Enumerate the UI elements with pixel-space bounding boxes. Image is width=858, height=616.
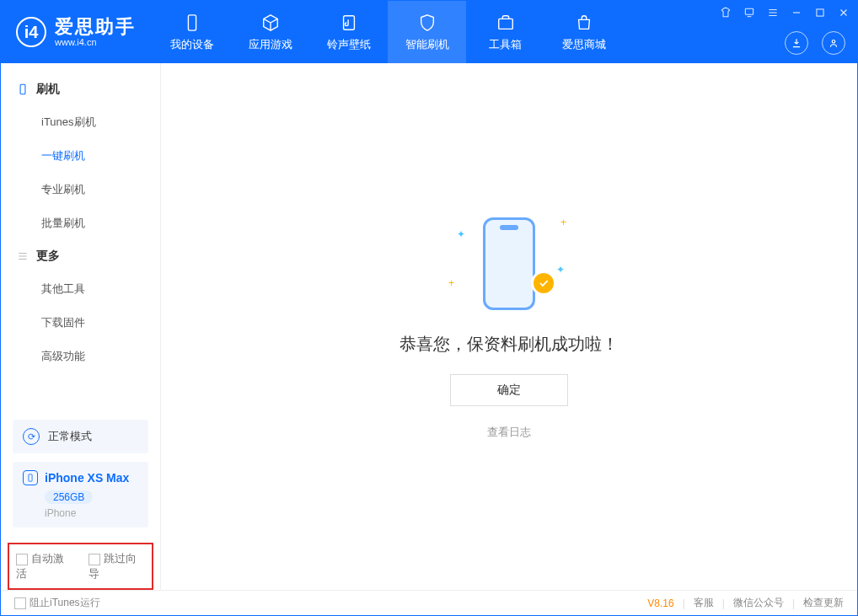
device-mode-label: 正常模式 [48,429,92,444]
tab-ringtone[interactable]: 铃声壁纸 [309,1,388,63]
tab-flash[interactable]: 智能刷机 [388,1,466,63]
device-mode-box[interactable]: ⟳ 正常模式 [13,420,148,453]
app-window: i4 爱思助手 www.i4.cn 我的设备 应用游戏 铃声壁纸 智能刷机 [0,0,858,616]
check-update-link[interactable]: 检查更新 [803,596,844,610]
svg-rect-2 [498,19,512,29]
device-capacity: 256GB [45,490,93,504]
nav-tabs: 我的设备 应用游戏 铃声壁纸 智能刷机 工具箱 爱思商城 [153,1,623,63]
device-panel: ⟳ 正常模式 iPhone XS Max 256GB iPhone [1,420,160,538]
logo-icon: i4 [16,17,46,47]
shield-icon [416,12,438,34]
tab-toolbox[interactable]: 工具箱 [466,1,544,63]
header-actions [785,31,845,55]
success-illustration: ✦ + + ✦ [458,213,560,314]
status-bar: 阻止iTunes运行 V8.16 | 客服 | 微信公众号 | 检查更新 [1,590,857,615]
main-content: ✦ + + ✦ 恭喜您，保资料刷机成功啦！ 确定 查看日志 [161,63,857,590]
tab-label: 应用游戏 [249,37,292,52]
sidebar-item-firmware[interactable]: 下载固件 [1,306,160,340]
sidebar-scroll: 刷机 iTunes刷机 一键刷机 专业刷机 批量刷机 更多 其他工具 下载固件 … [1,63,160,420]
briefcase-icon [495,12,517,34]
sidebar-item-oneclick[interactable]: 一键刷机 [1,139,160,173]
tab-device[interactable]: 我的设备 [153,1,231,63]
group-label: 更多 [36,249,60,264]
feedback-icon[interactable] [743,6,756,19]
logo-text: 爱思助手 www.i4.cn [55,17,136,47]
tab-label: 我的设备 [170,37,214,52]
svg-rect-0 [188,15,196,30]
tab-label: 爱思商城 [562,37,606,52]
minimize-icon[interactable] [790,6,803,19]
bag-icon [573,12,595,34]
sidebar-group-more: 更多 [1,240,160,272]
sidebar-group-flash: 刷机 [1,73,160,105]
app-title: 爱思助手 [55,17,136,37]
phone-icon [181,12,203,34]
phone-graphic-icon [483,217,535,310]
close-icon[interactable] [837,6,850,19]
skin-icon[interactable] [719,6,732,19]
ok-button[interactable]: 确定 [450,374,568,406]
view-log-link[interactable]: 查看日志 [487,425,531,440]
tab-apps[interactable]: 应用游戏 [231,1,309,63]
tab-label: 智能刷机 [405,37,449,52]
sync-icon: ⟳ [23,428,40,445]
checkbox-skip-guide[interactable]: 跳过向导 [88,551,146,581]
sidebar-item-other[interactable]: 其他工具 [1,272,160,306]
checkbox-block-itunes[interactable]: 阻止iTunes运行 [14,596,100,610]
svg-rect-6 [20,84,25,94]
sparkle-icon: ✦ [556,264,565,276]
version-label: V8.16 [647,597,673,609]
svg-rect-7 [29,474,32,481]
user-icon[interactable] [822,31,845,55]
cube-icon [260,12,282,34]
checkmark-badge-icon [531,271,556,296]
sidebar-item-advanced[interactable]: 高级功能 [1,340,160,373]
tab-store[interactable]: 爱思商城 [544,1,623,63]
tab-label: 铃声壁纸 [327,37,371,52]
checkbox-auto-activate[interactable]: 自动激活 [16,551,73,581]
maximize-icon[interactable] [813,6,827,19]
group-label: 刷机 [36,82,60,97]
logo-area: i4 爱思助手 www.i4.cn [1,17,153,47]
sidebar-item-batch[interactable]: 批量刷机 [1,206,160,240]
svg-point-5 [832,40,835,44]
sparkle-icon: ✦ [457,228,465,240]
list-icon [16,249,29,263]
menu-icon[interactable] [766,6,780,19]
phone-outline-icon [16,83,29,96]
device-type: iPhone [45,507,138,519]
sidebar-item-itunes[interactable]: iTunes刷机 [1,105,160,139]
tab-label: 工具箱 [489,37,522,52]
app-subtitle: www.i4.cn [55,37,136,47]
device-info-box[interactable]: iPhone XS Max 256GB iPhone [13,462,148,528]
sparkle-icon: + [448,277,454,289]
svg-rect-3 [745,8,753,14]
device-name: iPhone XS Max [45,471,129,485]
body: 刷机 iTunes刷机 一键刷机 专业刷机 批量刷机 更多 其他工具 下载固件 … [1,63,857,590]
download-icon[interactable] [785,31,808,55]
success-message: 恭喜您，保资料刷机成功啦！ [400,333,619,356]
sparkle-icon: + [560,217,566,228]
sidebar-item-pro[interactable]: 专业刷机 [1,173,160,206]
wechat-link[interactable]: 微信公众号 [733,596,784,610]
support-link[interactable]: 客服 [694,596,714,610]
options-highlight: 自动激活 跳过向导 [8,543,153,590]
window-controls [719,6,850,19]
music-icon [338,12,360,34]
svg-rect-4 [817,9,823,16]
statusbar-left: 阻止iTunes运行 [14,596,100,610]
header: i4 爱思助手 www.i4.cn 我的设备 应用游戏 铃声壁纸 智能刷机 [1,1,857,63]
statusbar-right: V8.16 | 客服 | 微信公众号 | 检查更新 [647,596,844,610]
device-phone-icon [23,470,38,485]
sidebar: 刷机 iTunes刷机 一键刷机 专业刷机 批量刷机 更多 其他工具 下载固件 … [1,63,161,590]
